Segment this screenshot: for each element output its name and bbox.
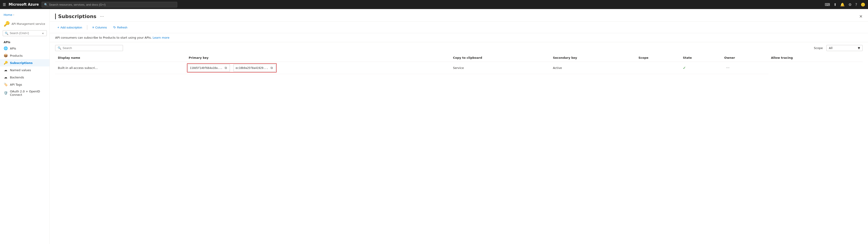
nav-icons: ⌨ ⬆ 🔔 ⚙ ? 🙂: [825, 2, 865, 7]
sidebar-item-label: APIs: [10, 47, 16, 50]
subscriptions-table: Display name Primary key Copy to clipboa…: [55, 54, 863, 74]
filter-bar: 🔍 Scope All ▼: [50, 42, 868, 54]
toolbar: + Add subscription ≡ Columns ↻ Refresh: [50, 22, 868, 33]
columns-icon: ≡: [92, 26, 94, 29]
cell-row-actions: ···: [721, 62, 768, 74]
keys-highlighted-group: 110d5f149f664a10a... ⧉ ec10b9a25f8a41929…: [187, 63, 277, 72]
sidebar: Home › 🔑 API Management service 🔍 « APIs…: [0, 9, 50, 244]
account-icon[interactable]: 🙂: [861, 2, 865, 7]
table-row: Built-in all-access subscri... 110d5f149…: [55, 62, 863, 74]
help-icon[interactable]: ?: [855, 2, 857, 7]
col-actions: [847, 54, 863, 62]
sidebar-item-apis[interactable]: 🌐 APIs: [0, 45, 50, 52]
col-primary-key: Primary key: [186, 54, 450, 62]
subscriptions-icon: 🔑: [4, 61, 8, 65]
add-subscription-label: Add subscription: [60, 26, 82, 29]
sidebar-item-label: Products: [10, 54, 23, 57]
cell-allow-tracing: ✓: [680, 62, 721, 74]
state-value: Active: [553, 66, 562, 69]
info-bar: API consumers can subscribe to Products …: [50, 33, 868, 42]
learn-more-link[interactable]: Learn more: [153, 36, 169, 39]
search-icon: 🔍: [44, 3, 48, 6]
sidebar-item-label: API Tags: [10, 83, 22, 86]
global-search-input[interactable]: [49, 3, 175, 6]
scope-dropdown[interactable]: All ▼: [827, 45, 863, 51]
copy-secondary-key-button[interactable]: ⧉: [270, 65, 274, 70]
filter-search[interactable]: 🔍: [55, 45, 123, 51]
cell-scope: Service: [450, 62, 550, 74]
add-icon: +: [57, 26, 59, 29]
terminal-icon[interactable]: ⌨: [825, 2, 830, 7]
app-title: Microsoft Azure: [8, 2, 39, 6]
cell-state: Active: [550, 62, 636, 74]
scope-label: Scope: [814, 46, 823, 50]
table-search-input[interactable]: [63, 46, 121, 50]
columns-label: Columns: [95, 26, 107, 29]
sidebar-item-label: Backends: [10, 76, 24, 79]
subscriptions-table-container: Display name Primary key Copy to clipboa…: [50, 54, 868, 74]
col-state: State: [680, 54, 721, 62]
settings-icon[interactable]: ⚙: [848, 2, 851, 7]
hamburger-menu[interactable]: ☰: [3, 2, 6, 7]
col-scope: Scope: [636, 54, 680, 62]
breadcrumb-separator: ›: [13, 13, 14, 16]
toolbar-separator: [87, 25, 87, 30]
cell-keys: 110d5f149f664a10a... ⧉ ec10b9a25f8a41929…: [186, 62, 450, 74]
refresh-icon: ↻: [113, 26, 116, 29]
cell-owner: [636, 62, 680, 74]
sidebar-item-products[interactable]: 📦 Products: [0, 52, 50, 59]
service-header: 🔑 API Management service: [0, 19, 50, 30]
sidebar-item-backends[interactable]: ☁️ Backends: [0, 74, 50, 81]
page-header: Subscriptions ··· ✕: [50, 9, 868, 22]
col-secondary-key: Secondary key: [550, 54, 636, 62]
breadcrumb: Home ›: [0, 12, 50, 19]
top-nav: ☰ Microsoft Azure 🔍 ⌨ ⬆ 🔔 ⚙ ? 🙂: [0, 0, 868, 9]
refresh-label: Refresh: [117, 26, 127, 29]
sidebar-item-label: Named values: [10, 68, 31, 72]
scope-value: All: [829, 46, 833, 50]
columns-button[interactable]: ≡ Columns: [90, 24, 109, 30]
sidebar-search[interactable]: 🔍 «: [3, 30, 47, 36]
sidebar-section-apis: APIs: [0, 39, 50, 45]
sidebar-search-input[interactable]: [10, 32, 39, 35]
info-text: API consumers can subscribe to Products …: [55, 36, 152, 39]
breadcrumb-home[interactable]: Home: [4, 13, 12, 17]
sidebar-item-label: OAuth 2.0 + OpenID Connect: [10, 90, 46, 96]
row-more-button[interactable]: ···: [724, 65, 731, 71]
title-options-button[interactable]: ···: [100, 14, 104, 19]
allow-tracing-check-icon: ✓: [683, 66, 686, 70]
copy-primary-key-button[interactable]: ⧉: [224, 65, 228, 70]
global-search[interactable]: 🔍: [41, 2, 177, 7]
cell-display-name: Built-in all-access subscri...: [55, 62, 186, 74]
apis-icon: 🌐: [4, 46, 8, 50]
col-display-name: Display name: [55, 54, 186, 62]
primary-key-cell: 110d5f149f664a10a... ⧉: [188, 64, 230, 72]
sidebar-item-oauth[interactable]: 🛡️ OAuth 2.0 + OpenID Connect: [0, 88, 50, 98]
search-icon: 🔍: [58, 46, 61, 50]
feedback-icon[interactable]: ⬆: [834, 2, 837, 7]
collapse-button[interactable]: «: [41, 31, 45, 35]
api-tags-icon: 🏷️: [4, 83, 8, 87]
sidebar-item-subscriptions[interactable]: 🔑 Subscriptions: [0, 59, 50, 66]
sidebar-item-named-values[interactable]: ☁️ Named values: [0, 66, 50, 74]
col-owner: Owner: [721, 54, 768, 62]
secondary-key-value: ec10b9a25f8a41929...: [236, 66, 268, 69]
chevron-down-icon: ▼: [858, 46, 860, 50]
sidebar-item-label: Subscriptions: [10, 61, 33, 65]
add-subscription-button[interactable]: + Add subscription: [55, 24, 84, 30]
service-name: API Management service: [11, 22, 45, 26]
notifications-icon[interactable]: 🔔: [840, 2, 845, 7]
sidebar-item-api-tags[interactable]: 🏷️ API Tags: [0, 81, 50, 88]
col-allow-tracing: Allow tracing: [768, 54, 847, 62]
close-button[interactable]: ✕: [859, 14, 863, 19]
secondary-key-cell: ec10b9a25f8a41929... ⧉: [234, 64, 276, 72]
primary-key-value: 110d5f149f664a10a...: [190, 66, 223, 69]
copy-tooltip-label: [230, 64, 234, 72]
oauth-icon: 🛡️: [4, 91, 8, 95]
col-copy-tooltip: Copy to clipboard: [450, 54, 550, 62]
page-title: Subscriptions: [55, 13, 96, 19]
products-icon: 📦: [4, 54, 8, 58]
search-icon: 🔍: [5, 32, 8, 35]
main-content: Subscriptions ··· ✕ + Add subscription ≡…: [50, 9, 868, 244]
refresh-button[interactable]: ↻ Refresh: [111, 24, 130, 30]
